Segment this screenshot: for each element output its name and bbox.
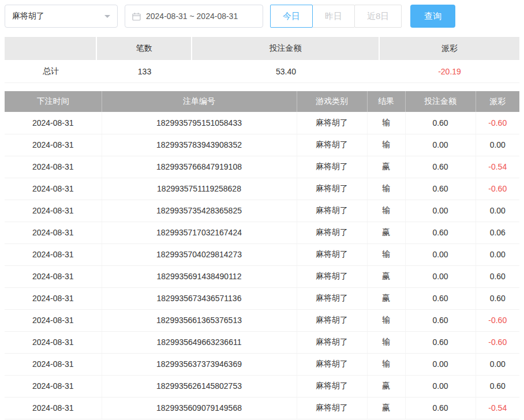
cell-result: 赢 <box>367 265 405 287</box>
summary-total-label: 总计 <box>5 60 97 83</box>
table-row: 2024-08-31 1829935766847919108 麻将胡了 赢 0.… <box>5 156 519 178</box>
summary-section: 笔数 投注金额 派彩 总计 133 53.40 -20.19 <box>5 37 519 83</box>
header-game-type: 游戏类别 <box>297 91 367 112</box>
cell-payout: 0.06 <box>476 222 519 243</box>
cell-bet-id: 1829935626145802753 <box>102 375 297 397</box>
page: 麻将胡了 2024-08-31 ~ 2024-08-31 今日昨日近8日 查询 … <box>0 0 524 420</box>
table-row: 2024-08-31 1829935795151058433 麻将胡了 输 0.… <box>5 112 519 134</box>
summary-bet-value: 53.40 <box>192 60 380 83</box>
cell-result: 赢 <box>367 287 405 309</box>
cell-bet-amount: 0.60 <box>405 309 476 331</box>
cell-bet-time: 2024-08-31 <box>5 243 102 265</box>
cell-bet-amount: 0.00 <box>405 243 476 265</box>
cell-bet-id: 1829935795151058433 <box>102 112 297 134</box>
cell-bet-time: 2024-08-31 <box>5 397 102 419</box>
cell-bet-amount: 0.60 <box>405 222 476 243</box>
cell-bet-time: 2024-08-31 <box>5 156 102 178</box>
cell-result: 赢 <box>367 222 405 243</box>
cell-payout: -0.60 <box>476 178 519 200</box>
cell-result: 赢 <box>367 375 405 397</box>
cell-bet-id: 1829935735428365825 <box>102 200 297 222</box>
table-row: 2024-08-31 1829935704029814273 麻将胡了 输 0.… <box>5 243 519 265</box>
toolbar: 麻将胡了 2024-08-31 ~ 2024-08-31 今日昨日近8日 查询 <box>5 5 519 28</box>
quick-filter-group: 今日昨日近8日 <box>270 5 402 28</box>
table-row: 2024-08-31 1829935661365376513 麻将胡了 输 0.… <box>5 309 519 331</box>
cell-result: 输 <box>367 200 405 222</box>
table-row: 2024-08-31 1829935649663236611 麻将胡了 输 0.… <box>5 331 519 353</box>
cell-bet-time: 2024-08-31 <box>5 112 102 134</box>
table-row: 2024-08-31 1829935673436571136 麻将胡了 赢 0.… <box>5 287 519 309</box>
cell-bet-amount: 0.60 <box>405 331 476 353</box>
summary-payout-value: -20.19 <box>380 60 519 83</box>
cell-bet-time: 2024-08-31 <box>5 134 102 156</box>
cell-bet-id: 1829935673436571136 <box>102 287 297 309</box>
bet-table-body: 2024-08-31 1829935795151058433 麻将胡了 输 0.… <box>5 112 519 419</box>
table-row: 2024-08-31 1829935717032167424 麻将胡了 赢 0.… <box>5 222 519 243</box>
cell-game-type: 麻将胡了 <box>297 222 367 243</box>
cell-game-type: 麻将胡了 <box>297 156 367 178</box>
cell-bet-amount: 0.00 <box>405 134 476 156</box>
game-select-value: 麻将胡了 <box>12 11 44 21</box>
cell-payout: 0.60 <box>476 287 519 309</box>
cell-bet-time: 2024-08-31 <box>5 222 102 243</box>
date-range-input[interactable]: 2024-08-31 ~ 2024-08-31 <box>125 5 263 28</box>
cell-bet-id: 1829935766847919108 <box>102 156 297 178</box>
header-bet-id: 注单编号 <box>102 91 297 112</box>
quick-filter-yesterday[interactable]: 昨日 <box>312 5 355 28</box>
cell-game-type: 麻将胡了 <box>297 178 367 200</box>
cell-payout: 0.60 <box>476 375 519 397</box>
cell-payout: -0.54 <box>476 397 519 419</box>
cell-game-type: 麻将胡了 <box>297 353 367 375</box>
bet-table: 下注时间 注单编号 游戏类别 结果 投注金额 派彩 2024-08-31 182… <box>5 91 519 419</box>
cell-result: 输 <box>367 134 405 156</box>
summary-header-row: 笔数 投注金额 派彩 <box>5 37 519 60</box>
cell-bet-id: 1829935717032167424 <box>102 222 297 243</box>
summary-header-blank <box>5 37 97 60</box>
cell-result: 输 <box>367 353 405 375</box>
bet-table-header: 下注时间 注单编号 游戏类别 结果 投注金额 派彩 <box>5 91 519 112</box>
summary-header-bet: 投注金额 <box>192 37 380 60</box>
cell-bet-id: 1829935609079149568 <box>102 397 297 419</box>
header-bet-amount: 投注金额 <box>405 91 476 112</box>
cell-payout: -0.60 <box>476 331 519 353</box>
game-select[interactable]: 麻将胡了 <box>5 5 118 28</box>
table-row: 2024-08-31 1829935691438490112 麻将胡了 赢 0.… <box>5 265 519 287</box>
cell-bet-time: 2024-08-31 <box>5 200 102 222</box>
cell-game-type: 麻将胡了 <box>297 375 367 397</box>
cell-result: 输 <box>367 243 405 265</box>
cell-payout: 0.00 <box>476 200 519 222</box>
table-row: 2024-08-31 1829935783943908352 麻将胡了 输 0.… <box>5 134 519 156</box>
cell-payout: 0.60 <box>476 265 519 287</box>
table-row: 2024-08-31 1829935637373946369 麻将胡了 输 0.… <box>5 353 519 375</box>
cell-bet-amount: 0.60 <box>405 178 476 200</box>
cell-bet-amount: 0.60 <box>405 112 476 134</box>
date-range-text: 2024-08-31 ~ 2024-08-31 <box>146 12 238 21</box>
summary-total-row: 总计 133 53.40 -20.19 <box>5 60 519 83</box>
header-payout: 派彩 <box>476 91 519 112</box>
header-result: 结果 <box>367 91 405 112</box>
cell-game-type: 麻将胡了 <box>297 243 367 265</box>
summary-header-count: 笔数 <box>97 37 192 60</box>
quick-filter-last8days[interactable]: 近8日 <box>354 5 402 28</box>
cell-game-type: 麻将胡了 <box>297 134 367 156</box>
cell-bet-id: 1829935649663236611 <box>102 331 297 353</box>
cell-game-type: 麻将胡了 <box>297 200 367 222</box>
quick-filter-today[interactable]: 今日 <box>270 5 313 28</box>
chevron-down-icon <box>104 15 110 21</box>
cell-payout: -0.60 <box>476 309 519 331</box>
cell-result: 赢 <box>367 156 405 178</box>
cell-bet-id: 1829935783943908352 <box>102 134 297 156</box>
cell-game-type: 麻将胡了 <box>297 265 367 287</box>
cell-payout: -0.54 <box>476 156 519 178</box>
cell-result: 输 <box>367 331 405 353</box>
cell-bet-amount: 0.00 <box>405 375 476 397</box>
cell-game-type: 麻将胡了 <box>297 112 367 134</box>
cell-payout: 0.00 <box>476 243 519 265</box>
table-row: 2024-08-31 1829935735428365825 麻将胡了 输 0.… <box>5 200 519 222</box>
cell-bet-amount: 0.60 <box>405 287 476 309</box>
cell-bet-amount: 0.00 <box>405 265 476 287</box>
query-button[interactable]: 查询 <box>410 5 455 28</box>
cell-result: 输 <box>367 112 405 134</box>
header-bet-time: 下注时间 <box>5 91 102 112</box>
cell-result: 赢 <box>367 397 405 419</box>
